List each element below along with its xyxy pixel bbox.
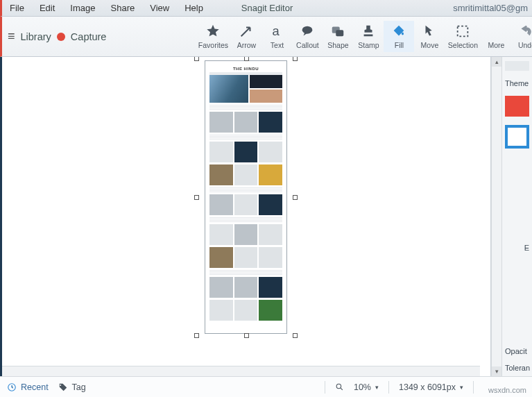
arrow-icon xyxy=(239,24,254,39)
tool-text[interactable]: aText xyxy=(261,21,292,52)
resize-handle[interactable] xyxy=(244,333,249,338)
text-icon: a xyxy=(269,24,284,39)
resize-handle[interactable] xyxy=(194,57,199,61)
resize-handle[interactable] xyxy=(293,195,298,200)
e-label: E xyxy=(505,244,529,252)
scroll-up-icon[interactable]: ▴ xyxy=(492,57,501,67)
magnify-icon xyxy=(335,382,344,391)
fill-icon xyxy=(391,24,406,39)
panel-header xyxy=(505,61,529,71)
callout-icon xyxy=(300,24,315,39)
menu-edit[interactable]: Edit xyxy=(32,3,62,13)
capture-button[interactable]: Capture xyxy=(71,31,107,42)
tool-shape[interactable]: Shape xyxy=(323,21,353,52)
tool-selection[interactable]: Selection xyxy=(445,21,481,52)
selected-image[interactable]: THE HINDU xyxy=(196,58,295,336)
tool-more[interactable]: More xyxy=(481,21,511,52)
tool-favorites[interactable]: Favorites xyxy=(195,21,231,52)
chevron-down-icon: ▾ xyxy=(460,384,463,391)
scrollbar-vertical[interactable]: ▴ ▾ xyxy=(491,57,501,376)
resize-handle[interactable] xyxy=(293,57,298,61)
hamburger-icon[interactable]: ≡ xyxy=(8,29,15,44)
dimensions-readout[interactable]: 1349 x 6091px▾ xyxy=(399,382,463,392)
stamp-icon xyxy=(361,24,376,39)
user-account[interactable]: smritimittal05@gm xyxy=(453,3,528,13)
capture-content: THE HINDU xyxy=(209,65,282,329)
svg-point-1 xyxy=(302,26,313,34)
menu-help[interactable]: Help xyxy=(177,3,211,13)
undo-icon xyxy=(519,24,532,39)
star-icon xyxy=(205,24,221,39)
shape-icon xyxy=(330,24,345,39)
svg-point-6 xyxy=(336,384,341,389)
svg-rect-4 xyxy=(458,26,468,37)
recent-button[interactable]: Recent xyxy=(7,382,49,392)
zoom-tool[interactable] xyxy=(335,382,344,391)
scroll-down-icon[interactable]: ▾ xyxy=(492,366,501,376)
move-icon xyxy=(422,24,437,39)
tool-move[interactable]: Move xyxy=(414,21,445,52)
tool-fill[interactable]: Fill xyxy=(384,21,414,52)
tag-button[interactable]: Tag xyxy=(58,382,86,392)
svg-rect-3 xyxy=(336,30,344,36)
menu-share[interactable]: Share xyxy=(103,3,143,13)
svg-text:a: a xyxy=(273,24,280,38)
record-icon xyxy=(57,33,65,41)
tolerance-label: Toleran xyxy=(505,364,529,372)
app-title: Snagit Editor xyxy=(241,3,293,13)
opacity-label: Opacit xyxy=(505,347,529,355)
scrollbar-horizontal[interactable] xyxy=(2,366,480,376)
watermark: wsxdn.com xyxy=(488,386,526,394)
zoom-level[interactable]: 10%▾ xyxy=(354,382,379,392)
tool-callout[interactable]: Callout xyxy=(292,21,323,52)
properties-panel: Theme E Opacit Toleran xyxy=(501,57,532,376)
tag-icon xyxy=(58,382,68,392)
theme-label: Theme xyxy=(505,79,529,87)
resize-handle[interactable] xyxy=(194,333,199,338)
tool-stamp[interactable]: Stamp xyxy=(353,21,384,52)
resize-handle[interactable] xyxy=(194,195,199,200)
color-swatch-red[interactable] xyxy=(505,96,529,117)
tool-arrow[interactable]: Arrow xyxy=(231,21,261,52)
chevron-down-icon: ▾ xyxy=(375,384,379,391)
clock-icon xyxy=(7,382,17,392)
selection-icon xyxy=(455,24,470,39)
resize-handle[interactable] xyxy=(244,57,249,61)
menu-image[interactable]: Image xyxy=(62,3,103,13)
color-swatch-outline[interactable] xyxy=(505,125,529,149)
menu-file[interactable]: File xyxy=(2,3,32,13)
masthead: THE HINDU xyxy=(209,65,282,72)
tool-undo[interactable]: Undo xyxy=(511,21,532,52)
menu-view[interactable]: View xyxy=(142,3,177,13)
resize-handle[interactable] xyxy=(293,333,298,338)
library-button[interactable]: Library xyxy=(21,31,51,42)
canvas[interactable]: THE HINDU xyxy=(2,57,491,376)
